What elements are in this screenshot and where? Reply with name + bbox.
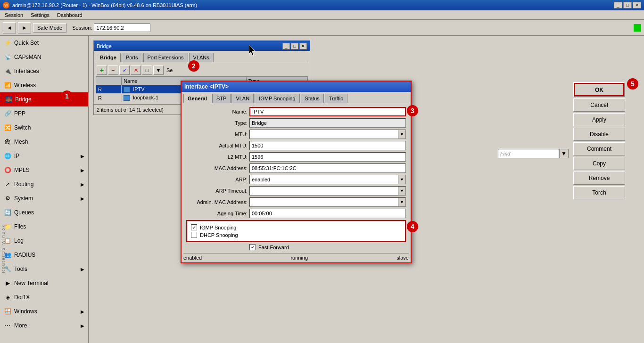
- bridge-close-btn[interactable]: ✕: [299, 43, 307, 49]
- bridge-minimize-btn[interactable]: _: [282, 43, 290, 49]
- actual-mtu-input[interactable]: [249, 141, 406, 150]
- interface-tab-general[interactable]: General: [183, 94, 211, 103]
- mtu-select[interactable]: ▼: [249, 130, 406, 139]
- sidebar-label-switch: Switch: [14, 124, 31, 131]
- disable-button[interactable]: Disable: [573, 128, 625, 141]
- ageing-time-input[interactable]: [249, 209, 406, 218]
- maximize-button[interactable]: □: [623, 2, 632, 8]
- enable-row-button[interactable]: ✓: [119, 65, 130, 75]
- menu-dashboard[interactable]: Dashboard: [54, 11, 85, 19]
- igmp-snooping-checkbox[interactable]: [191, 224, 197, 230]
- mac-address-input[interactable]: [249, 163, 406, 173]
- bridge-maximize-btn[interactable]: □: [291, 43, 298, 49]
- safe-mode-button[interactable]: Safe Mode: [33, 23, 66, 33]
- filter-button[interactable]: ▼: [153, 65, 164, 75]
- sidebar-item-mesh[interactable]: 🕸 Mesh: [0, 135, 88, 149]
- find-input[interactable]: [498, 149, 559, 158]
- session-input[interactable]: [94, 24, 150, 32]
- dialog-status-bar: enabled running slave: [183, 253, 409, 261]
- interface-tab-status[interactable]: Status: [301, 94, 324, 103]
- comment-button[interactable]: Comment: [573, 142, 625, 155]
- title-bar-controls[interactable]: _ □ ✕: [614, 2, 641, 8]
- name-input[interactable]: [249, 107, 406, 116]
- quick-set-icon: ⚡: [4, 39, 11, 47]
- sidebar-item-log[interactable]: 📋 Log: [0, 234, 88, 248]
- interface-dialog-titlebar: Interface <IPTV>: [182, 82, 411, 92]
- search-label: Se: [166, 67, 173, 73]
- torch-button[interactable]: Torch: [573, 186, 625, 199]
- comment-row-button[interactable]: □: [142, 65, 152, 75]
- ageing-time-label: Ageing Time:: [186, 211, 248, 216]
- arp-select[interactable]: enabled ▼: [249, 175, 406, 184]
- sidebar-item-files[interactable]: 📁 Files: [0, 220, 88, 234]
- arp-dropdown-arrow[interactable]: ▼: [398, 175, 405, 184]
- menu-session[interactable]: Session: [2, 11, 26, 19]
- interface-tab-stp[interactable]: STP: [212, 94, 231, 103]
- sidebar-item-routing[interactable]: ↗ Routing ▶: [0, 177, 88, 191]
- igmp-snooping-label: IGMP Snooping: [200, 225, 236, 230]
- admin-mac-arrow[interactable]: ▼: [398, 198, 405, 206]
- sidebar-item-mpls[interactable]: ⭕ MPLS ▶: [0, 163, 88, 177]
- fast-forward-checkbox[interactable]: [249, 244, 256, 250]
- bridge-window-controls[interactable]: _ □ ✕: [282, 43, 307, 49]
- cancel-button[interactable]: Cancel: [573, 98, 625, 112]
- session-label: Session:: [72, 25, 92, 31]
- arp-timeout-value: [250, 190, 398, 191]
- remove-button[interactable]: Remove: [573, 172, 625, 185]
- sidebar-item-tools[interactable]: 🔧 Tools ▶: [0, 262, 88, 276]
- status-slave: slave: [396, 255, 409, 261]
- minimize-button[interactable]: _: [614, 2, 622, 8]
- mesh-icon: 🕸: [4, 138, 11, 146]
- name-row: Name:: [186, 107, 406, 116]
- admin-mac-select[interactable]: ▼: [249, 197, 406, 207]
- windows-arrow: ▶: [81, 309, 84, 314]
- sidebar-label-system: System: [14, 195, 33, 202]
- interface-tab-traffic[interactable]: Traffic: [325, 94, 347, 103]
- dhcp-snooping-checkbox[interactable]: [191, 232, 197, 238]
- sidebar-label-log: Log: [14, 237, 24, 244]
- interface-dialog: Interface <IPTV> General STP VLAN IGMP S…: [181, 81, 412, 263]
- interface-tab-vlan[interactable]: VLAN: [231, 94, 254, 103]
- sidebar-item-dot1x[interactable]: ◈ Dot1X: [0, 290, 88, 304]
- sidebar-item-new-terminal[interactable]: ▶ New Terminal: [0, 276, 88, 290]
- copy-button[interactable]: Copy: [573, 157, 625, 170]
- forward-button[interactable]: ►: [18, 22, 31, 33]
- bridge-tab-bridge[interactable]: Bridge: [96, 53, 121, 62]
- mtu-dropdown-arrow[interactable]: ▼: [398, 130, 405, 139]
- l2-mtu-row: L2 MTU:: [186, 152, 406, 162]
- apply-button[interactable]: Apply: [573, 113, 625, 126]
- interface-tab-igmp-snooping[interactable]: IGMP Snooping: [255, 94, 299, 103]
- bridge-table-toolbar: + − ✓ ✕ □ ▼ Se: [96, 64, 308, 77]
- find-dropdown-arrow[interactable]: ▼: [559, 149, 569, 158]
- snooping-section: 4 IGMP Snooping DHCP Snooping: [183, 220, 409, 242]
- disable-row-button[interactable]: ✕: [131, 65, 141, 75]
- arp-timeout-arrow[interactable]: ▼: [398, 187, 405, 195]
- ok-button[interactable]: OK: [574, 83, 624, 96]
- sidebar-item-windows[interactable]: 🪟 Windows ▶: [0, 304, 88, 318]
- l2-mtu-input[interactable]: [249, 152, 406, 162]
- sidebar-item-radius[interactable]: 👥 RADIUS: [0, 248, 88, 262]
- bridge-tab-port-extensions[interactable]: Port Extensions: [143, 53, 188, 62]
- sidebar-item-switch[interactable]: 🔀 Switch: [0, 121, 88, 135]
- sidebar-item-wireless[interactable]: 📶 Wireless: [0, 78, 88, 92]
- sidebar-item-bridge[interactable]: 🌉 Bridge: [0, 92, 88, 106]
- sidebar-item-more[interactable]: ⋯ More ▶: [0, 318, 88, 333]
- add-row-button[interactable]: +: [97, 65, 107, 75]
- sidebar-item-system[interactable]: ⚙ System ▶: [0, 191, 88, 205]
- back-button[interactable]: ◄: [3, 22, 16, 33]
- find-field-area: ▼: [498, 149, 569, 158]
- arp-timeout-select[interactable]: ▼: [249, 186, 406, 196]
- close-button[interactable]: ✕: [633, 2, 641, 8]
- remove-row-button[interactable]: −: [108, 65, 118, 75]
- bridge-tab-ports[interactable]: Ports: [122, 53, 142, 62]
- sidebar-item-ip[interactable]: 🌐 IP ▶: [0, 149, 88, 163]
- sidebar-item-ppp[interactable]: 🔗 PPP: [0, 106, 88, 121]
- sidebar-item-capsman[interactable]: 📡 CAPsMAN: [0, 50, 88, 64]
- sidebar-item-quick-set[interactable]: ⚡ Quick Set: [0, 36, 88, 50]
- menu-settings[interactable]: Settings: [28, 11, 52, 19]
- sidebar-item-queues[interactable]: 🔄 Queues: [0, 205, 88, 220]
- badge-5: 5: [627, 78, 638, 90]
- sidebar-item-interfaces[interactable]: 🔌 Interfaces: [0, 64, 88, 78]
- sidebar-label-mpls: MPLS: [14, 167, 30, 173]
- row-flag: R: [96, 94, 122, 102]
